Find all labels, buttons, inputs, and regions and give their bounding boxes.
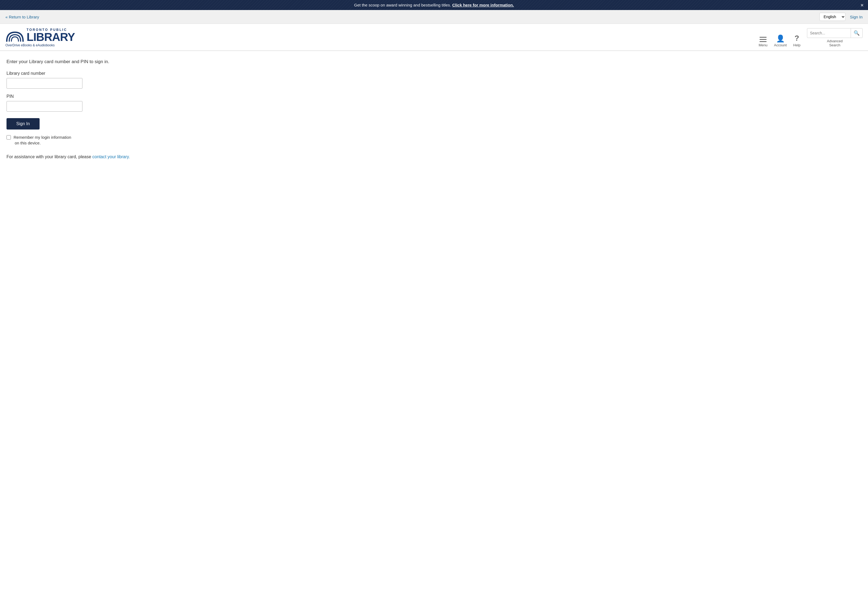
search-button[interactable]: 🔍	[851, 28, 862, 38]
pin-input[interactable]	[6, 101, 83, 112]
sign-in-button[interactable]: Sign In	[6, 118, 40, 130]
logo-area: TORONTO PUBLIC LIBRARY OverDrive eBooks …	[6, 28, 75, 47]
remember-label[interactable]: Remember my login information on this de…	[13, 134, 71, 146]
contact-library-link[interactable]: contact your library.	[93, 155, 130, 159]
menu-label: Menu	[759, 43, 768, 47]
top-nav-right: English Français Español Sign In	[819, 13, 862, 21]
main-content: Enter your Library card number and PIN t…	[0, 51, 190, 168]
pin-group: PIN	[6, 94, 183, 112]
hamburger-icon	[760, 37, 766, 42]
logo-text: TORONTO PUBLIC LIBRARY	[27, 28, 75, 43]
announcement-banner: Get the scoop on award winning and bests…	[0, 0, 868, 10]
help-nav-item[interactable]: ? Help	[793, 34, 800, 47]
close-banner-button[interactable]: ×	[861, 3, 864, 8]
language-selector[interactable]: English Français Español	[819, 13, 846, 21]
logo-wrapper: TORONTO PUBLIC LIBRARY	[6, 28, 75, 43]
return-to-library-link[interactable]: « Return to Library	[6, 15, 39, 19]
logo-arch-icon	[6, 31, 24, 42]
help-icon: ?	[794, 34, 799, 42]
sign-in-nav-link[interactable]: Sign In	[850, 15, 862, 19]
banner-link[interactable]: Click here for more information.	[452, 3, 514, 7]
search-icon: 🔍	[854, 30, 859, 36]
account-label: Account	[774, 43, 787, 47]
card-number-group: Library card number	[6, 71, 183, 88]
intro-text: Enter your Library card number and PIN t…	[6, 59, 183, 65]
account-nav-item[interactable]: 👤 Account	[774, 35, 787, 47]
search-area: 🔍 AdvancedSearch	[807, 28, 862, 47]
menu-nav-item[interactable]: Menu	[759, 37, 768, 47]
card-number-input[interactable]	[6, 78, 83, 88]
remember-me-row: Remember my login information on this de…	[6, 134, 183, 146]
advanced-search-label[interactable]: AdvancedSearch	[827, 39, 843, 47]
card-number-label: Library card number	[6, 71, 183, 76]
top-navigation: « Return to Library English Français Esp…	[0, 10, 868, 24]
main-header: TORONTO PUBLIC LIBRARY OverDrive eBooks …	[0, 24, 868, 51]
logo-main-text: LIBRARY	[27, 31, 75, 43]
search-row: 🔍	[807, 28, 862, 38]
remember-checkbox[interactable]	[6, 135, 11, 140]
banner-text: Get the scoop on award winning and bests…	[354, 3, 451, 7]
pin-label: PIN	[6, 94, 183, 99]
help-label: Help	[793, 43, 800, 47]
logo-subtitle: OverDrive eBooks & eAudiobooks	[6, 43, 75, 47]
account-icon: 👤	[776, 35, 785, 42]
header-navigation: Menu 👤 Account ? Help 🔍 AdvancedSearch	[759, 28, 862, 47]
search-input[interactable]	[807, 29, 851, 37]
assistance-text: For assistance with your library card, p…	[6, 155, 183, 159]
